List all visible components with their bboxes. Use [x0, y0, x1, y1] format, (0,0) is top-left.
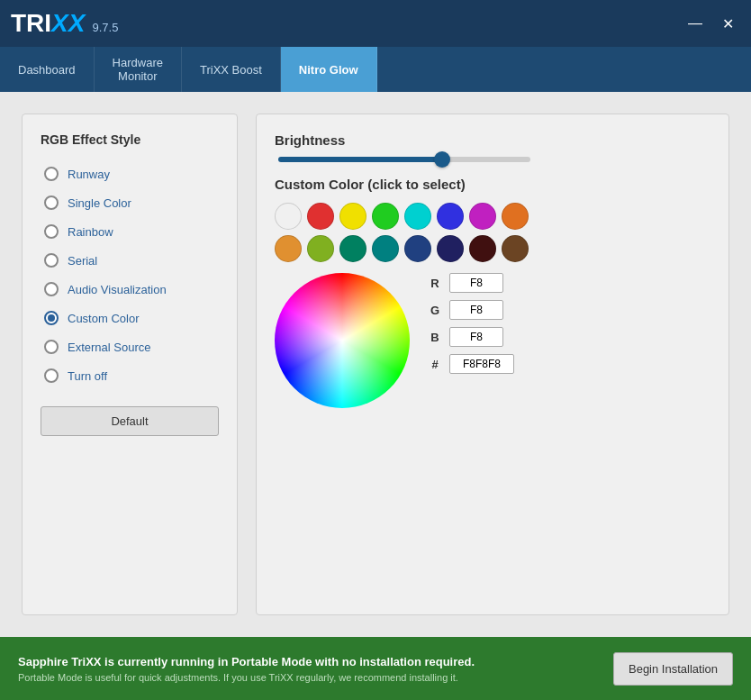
swatch-dark-teal[interactable]	[372, 235, 399, 262]
swatch-dark-navy[interactable]	[437, 235, 464, 262]
radio-audio-visualization	[44, 282, 59, 296]
label-runway: Runway	[68, 168, 110, 181]
main-content: RGB Effect Style Runway Single Color Rai…	[0, 92, 751, 637]
window-controls: — ✕	[683, 11, 740, 36]
radio-dot	[48, 314, 55, 322]
minimize-button[interactable]: —	[683, 11, 708, 36]
tab-dashboard[interactable]: Dashboard	[0, 47, 95, 92]
option-audio-visualization[interactable]: Audio Visualization	[41, 277, 219, 302]
hex-input[interactable]	[449, 354, 514, 374]
label-rainbow: Rainbow	[68, 225, 113, 239]
swatch-yellow[interactable]	[339, 203, 366, 230]
footer-text: Sapphire TriXX is currently running in P…	[18, 655, 613, 683]
footer: Sapphire TriXX is currently running in P…	[0, 637, 751, 700]
app-logo: TRIXX 9.7.5	[11, 9, 118, 38]
app-version: 9.7.5	[92, 21, 118, 34]
swatch-navy[interactable]	[404, 235, 431, 262]
title-bar: TRIXX 9.7.5 — ✕	[0, 0, 751, 47]
logo-tri: TRI	[11, 9, 51, 37]
custom-color-section: Custom Color (click to select)	[275, 177, 710, 408]
swatch-teal[interactable]	[339, 235, 366, 262]
rgb-row-hex: #	[428, 354, 514, 374]
swatch-row-2	[275, 235, 710, 262]
label-external-source: External Source	[68, 341, 151, 354]
option-serial[interactable]: Serial	[41, 248, 219, 273]
brightness-label: Brightness	[275, 132, 710, 148]
footer-main-text: Sapphire TriXX is currently running in P…	[18, 655, 613, 668]
label-serial: Serial	[68, 254, 97, 268]
rgb-inputs: R G B #	[428, 273, 514, 374]
logo-xx: XX	[51, 9, 85, 37]
swatch-magenta[interactable]	[469, 203, 496, 230]
swatch-orange[interactable]	[502, 203, 529, 230]
brightness-slider-container	[275, 157, 710, 162]
radio-single-color	[44, 195, 59, 210]
radio-external-source	[44, 340, 59, 354]
label-turn-off: Turn off	[68, 369, 107, 383]
panel-title: RGB Effect Style	[41, 132, 219, 147]
swatch-green[interactable]	[372, 203, 399, 230]
color-swatches	[275, 203, 710, 262]
brightness-slider[interactable]	[278, 157, 530, 162]
tab-bar: Dashboard HardwareMonitor TriXX Boost Ni…	[0, 47, 751, 92]
color-picker-area: R G B #	[275, 273, 710, 408]
swatch-cyan[interactable]	[404, 203, 431, 230]
rgb-row-r: R	[428, 273, 514, 293]
option-runway[interactable]: Runway	[41, 161, 219, 186]
tab-nitro-glow[interactable]: Nitro Glow	[281, 47, 377, 92]
radio-serial	[44, 253, 59, 268]
option-external-source[interactable]: External Source	[41, 334, 219, 359]
swatch-brown[interactable]	[502, 235, 529, 262]
tab-hardware-monitor[interactable]: HardwareMonitor	[95, 47, 182, 92]
swatch-dark-red[interactable]	[469, 235, 496, 262]
install-button[interactable]: Begin Installation	[613, 652, 733, 686]
option-single-color[interactable]: Single Color	[41, 190, 219, 215]
swatch-row-1	[275, 203, 710, 230]
brightness-section: Brightness	[275, 132, 710, 162]
hash-label: #	[428, 358, 442, 371]
left-panel: RGB Effect Style Runway Single Color Rai…	[22, 114, 238, 615]
g-input[interactable]	[449, 300, 503, 320]
logo-text: TRIXX	[11, 9, 85, 38]
radio-runway	[44, 167, 59, 181]
default-button[interactable]: Default	[41, 406, 219, 436]
right-panel: Brightness Custom Color (click to select…	[256, 114, 729, 615]
option-rainbow[interactable]: Rainbow	[41, 219, 219, 244]
option-turn-off[interactable]: Turn off	[41, 363, 219, 388]
swatch-red[interactable]	[307, 203, 334, 230]
rgb-row-g: G	[428, 300, 514, 320]
radio-turn-off	[44, 368, 59, 383]
g-label: G	[428, 304, 442, 317]
brightness-thumb	[434, 151, 450, 168]
rgb-row-b: B	[428, 327, 514, 347]
tab-trixx-boost[interactable]: TriXX Boost	[182, 47, 281, 92]
color-wheel[interactable]	[275, 273, 410, 408]
label-single-color: Single Color	[68, 196, 131, 210]
footer-sub-text: Portable Mode is useful for quick adjust…	[18, 672, 613, 683]
label-audio-visualization: Audio Visualization	[68, 283, 167, 296]
custom-color-label: Custom Color (click to select)	[275, 177, 710, 192]
option-custom-color[interactable]: Custom Color	[41, 305, 219, 331]
radio-custom-color	[44, 311, 59, 325]
close-button[interactable]: ✕	[715, 11, 740, 36]
radio-rainbow	[44, 224, 59, 239]
r-label: R	[428, 277, 442, 290]
r-input[interactable]	[449, 273, 503, 293]
swatch-lime[interactable]	[307, 235, 334, 262]
b-label: B	[428, 331, 442, 344]
b-input[interactable]	[449, 327, 503, 347]
swatch-blue[interactable]	[437, 203, 464, 230]
swatch-amber[interactable]	[275, 235, 302, 262]
label-custom-color: Custom Color	[68, 312, 139, 325]
swatch-white[interactable]	[275, 203, 302, 230]
